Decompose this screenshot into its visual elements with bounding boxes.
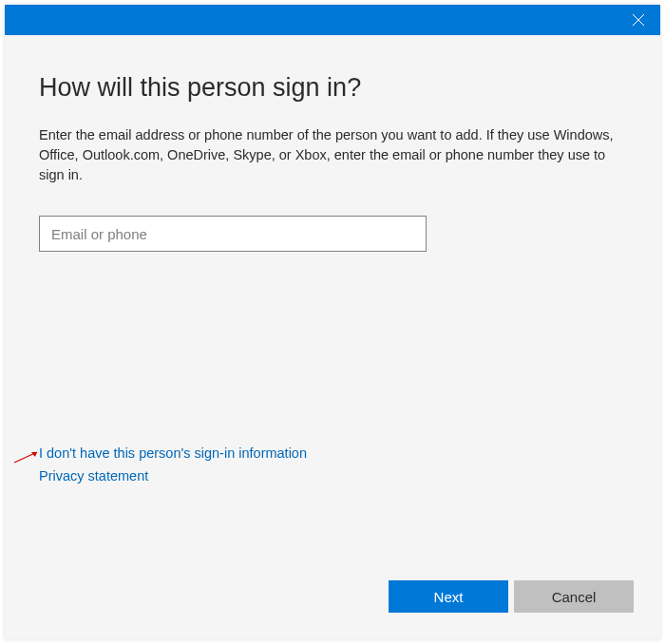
svg-marker-3 (31, 452, 37, 457)
cancel-button[interactable]: Cancel (514, 580, 634, 613)
privacy-statement-link[interactable]: Privacy statement (39, 468, 307, 483)
dialog-content: How will this person sign in? Enter the … (5, 35, 660, 580)
titlebar (5, 5, 660, 35)
close-button[interactable] (617, 5, 660, 35)
dialog-heading: How will this person sign in? (39, 73, 626, 103)
dialog-description: Enter the email address or phone number … (39, 125, 626, 185)
close-icon (633, 14, 644, 26)
no-signin-info-link[interactable]: I don't have this person's sign-in infor… (39, 445, 307, 461)
links-section: I don't have this person's sign-in infor… (39, 445, 307, 491)
dialog-footer: Next Cancel (5, 580, 660, 639)
svg-line-2 (14, 452, 37, 463)
email-or-phone-input[interactable] (39, 216, 427, 252)
arrow-annotation-icon (12, 449, 41, 464)
signin-dialog: How will this person sign in? Enter the … (5, 5, 660, 639)
next-button[interactable]: Next (389, 580, 508, 613)
